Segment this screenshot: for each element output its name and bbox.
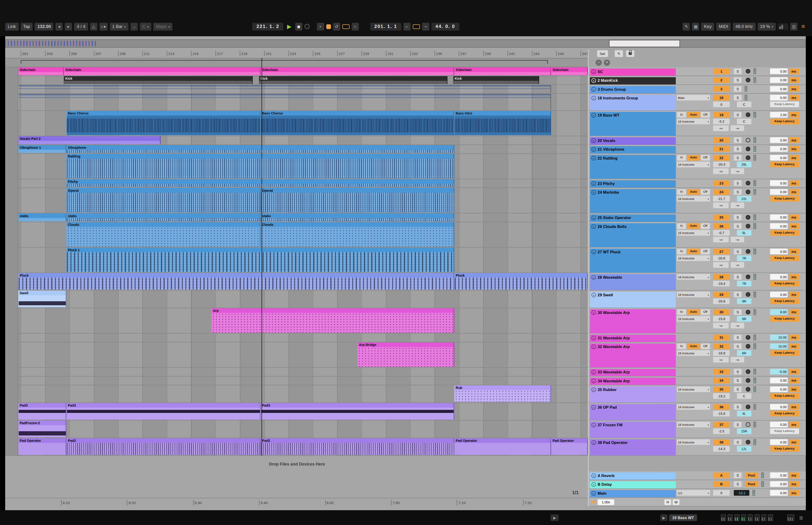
latency-value[interactable]: 0.00 xyxy=(770,223,787,229)
bar-number[interactable]: 213 xyxy=(167,51,174,56)
keep-latency-button[interactable]: Keep Latency xyxy=(770,316,799,322)
arrangement-overview[interactable] xyxy=(5,40,806,48)
solo-button[interactable]: S xyxy=(734,146,741,152)
bar-number[interactable]: 219 xyxy=(240,51,247,56)
latency-unit[interactable]: ms xyxy=(789,146,799,152)
monitor-in-button[interactable]: In xyxy=(677,223,686,229)
track-name[interactable]: ▾34 Wavetable Arp xyxy=(590,378,676,385)
fold-icon[interactable]: ▾ xyxy=(592,181,596,186)
latency-unit[interactable]: ms xyxy=(789,77,799,83)
fold-icon[interactable]: ▾ xyxy=(592,335,596,340)
fold-icon[interactable]: ▾ xyxy=(592,292,596,297)
preview-speaker-icon[interactable] xyxy=(591,500,597,504)
clip-lane-29[interactable]: Swell xyxy=(5,291,589,308)
arm-button[interactable] xyxy=(746,224,750,228)
arm-button[interactable] xyxy=(746,69,750,74)
track-header-1[interactable]: ▾SC1S0.00ms xyxy=(589,68,806,76)
clip-rub[interactable]: Rub xyxy=(454,386,551,402)
bar-number[interactable]: 231 xyxy=(386,51,393,56)
post-button[interactable]: Post xyxy=(745,481,758,487)
track-name[interactable]: ▾35 Rubber xyxy=(590,386,676,402)
arm-button[interactable] xyxy=(746,422,750,427)
track-number[interactable]: 27 xyxy=(713,249,730,254)
arm-button[interactable] xyxy=(746,181,750,185)
zoom-level[interactable]: 1.00x xyxy=(598,499,614,505)
solo-button[interactable]: S xyxy=(734,481,741,487)
solo-button[interactable]: S xyxy=(734,274,741,280)
latency-value[interactable]: -5.00 xyxy=(770,369,787,374)
clip-vibraphone-1[interactable]: Vibraphone 1 xyxy=(18,145,66,153)
routing-selector[interactable]: 18 Instrume▾ xyxy=(677,291,710,297)
bar-number[interactable]: 227 xyxy=(337,51,345,56)
solo-button[interactable]: S xyxy=(734,95,741,100)
clip-kick[interactable]: Kick xyxy=(259,76,447,84)
latency-value[interactable]: 0.00 xyxy=(770,69,787,74)
latency-value[interactable]: 0.00 xyxy=(770,472,787,478)
monitor-in-button[interactable]: In xyxy=(677,189,686,195)
latency-unit[interactable]: ms xyxy=(789,291,799,297)
bar-number[interactable]: 245 xyxy=(556,51,564,56)
bar-number[interactable]: 229 xyxy=(361,51,369,56)
track-header-37[interactable]: ▾37 Frozen FM18 Instrume▾37S-2.515R0.00m… xyxy=(589,421,806,438)
play-button[interactable]: ▶ xyxy=(286,22,293,30)
clip-lane-27[interactable]: Pluck 1 xyxy=(5,248,589,273)
send-b-value[interactable]: -∞ xyxy=(731,322,744,328)
clip-sidechain[interactable]: Sidechain xyxy=(551,68,588,75)
meter-icon[interactable] xyxy=(727,514,733,521)
arm-button[interactable] xyxy=(746,387,750,391)
track-number[interactable]: 31 xyxy=(713,335,730,340)
clip-pitchy[interactable]: Pitchy xyxy=(66,179,454,187)
fold-icon[interactable]: ▾ xyxy=(592,345,596,349)
latency-unit[interactable]: ms xyxy=(789,490,799,496)
tempo-display[interactable]: 132.00 xyxy=(35,22,53,30)
send-b-value[interactable]: -∞ xyxy=(731,168,744,174)
send-b-value[interactable]: -∞ xyxy=(731,237,744,242)
scrub-area[interactable] xyxy=(5,58,589,68)
clip-arp[interactable]: Arp xyxy=(211,308,454,332)
bar-number[interactable]: 241 xyxy=(507,51,515,56)
latency-value[interactable]: 0.00 xyxy=(770,490,787,496)
arm-button[interactable] xyxy=(746,190,750,194)
latency-unit[interactable]: ms xyxy=(789,422,799,427)
latency-unit[interactable]: ms xyxy=(789,472,799,478)
arm-button[interactable] xyxy=(746,138,750,142)
latency-unit[interactable]: ms xyxy=(789,189,799,195)
latency-unit[interactable]: ms xyxy=(789,369,799,374)
solo-button[interactable]: S xyxy=(734,439,741,445)
solo-button[interactable]: S xyxy=(734,112,741,118)
solo-button[interactable]: S xyxy=(734,180,741,186)
send-b-value[interactable]: -∞ xyxy=(731,125,744,131)
clip-lane-32[interactable]: Arp Bridge xyxy=(5,342,589,368)
loop-brace[interactable] xyxy=(21,60,548,64)
track-name[interactable]: ▾22 Rattling xyxy=(590,155,676,179)
track-header-30[interactable]: ▾30 Wavetable ArpInAutoOff30S18 Instrume… xyxy=(589,308,806,333)
track-number[interactable]: 22 xyxy=(713,155,730,161)
meter-icon[interactable] xyxy=(741,514,746,521)
clip-clouds[interactable]: Clouds xyxy=(66,222,261,247)
track-name[interactable]: ▾19 Bass WT xyxy=(590,112,676,136)
clip-pad3[interactable]: Pad3 xyxy=(18,403,66,420)
solo-button[interactable]: S xyxy=(734,378,741,383)
keep-latency-button[interactable]: Keep Latency xyxy=(770,350,799,356)
track-header-35[interactable]: ▾35 Rubber18 Instrume▾35S-19.2C0.00msKee… xyxy=(589,386,806,403)
send-a-value[interactable]: -∞ xyxy=(713,237,729,242)
clip-group[interactable] xyxy=(18,85,551,93)
lock-icon[interactable] xyxy=(626,50,634,57)
latency-value[interactable]: 0.00 xyxy=(770,137,787,143)
clip-lane-18[interactable] xyxy=(5,94,589,111)
track-header-33[interactable]: ▾33 Wavetable Arp33S-5.00ms xyxy=(589,368,806,376)
arm-button[interactable] xyxy=(746,344,750,349)
track-header-27[interactable]: ▾27 WT PluckInAutoOff27S18 Instrume▾-20.… xyxy=(589,248,806,273)
solo-button[interactable]: S xyxy=(734,309,741,315)
routing-selector[interactable]: 18 Instrume▾ xyxy=(677,255,710,261)
list-icon[interactable]: ≣ xyxy=(797,514,805,521)
monitor-in-button[interactable]: In xyxy=(677,249,686,254)
metronome-icon[interactable]: △ xyxy=(90,22,97,30)
arm-button[interactable] xyxy=(746,215,750,220)
bar-number[interactable]: 239 xyxy=(483,51,491,56)
monitor-off-button[interactable]: Off xyxy=(701,223,710,229)
keep-latency-button[interactable]: Keep Latency xyxy=(770,196,799,201)
monitor-auto-button[interactable]: Auto xyxy=(687,249,700,254)
fold-icon[interactable]: ▾ xyxy=(592,310,596,315)
bar-number[interactable]: 243 xyxy=(532,51,539,56)
